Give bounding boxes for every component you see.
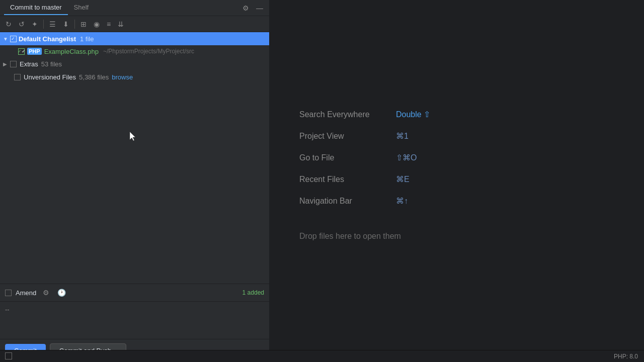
extras-checkbox[interactable] [10,61,17,67]
search-everywhere-keys: Double ⇧ [396,110,430,119]
search-key: Double ⇧ [396,110,430,119]
recent-files-keys: ⌘E [396,174,410,184]
undo-button[interactable]: ↺ [16,19,27,30]
shortcut-row-nav: Navigation Bar ⌘↑ [299,196,408,206]
recent-files-key: ⌘E [396,174,410,184]
tabs-right: ⚙ — [240,3,265,13]
pin-button[interactable]: ✦ [29,19,40,30]
preview-button[interactable]: ◉ [91,19,102,30]
extras-chevron-icon: ▶ [3,61,7,67]
file-name: ExampleClass.php [44,48,99,55]
amend-checkbox[interactable] [5,290,12,296]
recent-files-label: Recent Files [299,175,390,184]
go-to-file-key: ⇧⌘O [396,153,417,162]
extras-row[interactable]: ▶ Extras 53 files [0,57,269,70]
diff-button[interactable]: ☰ [47,19,58,30]
minimize-icon[interactable]: — [254,3,265,13]
amend-bar: Amend ⚙ 🕐 1 added [0,284,269,301]
added-badge: 1 added [243,289,264,296]
tab-shelf[interactable]: Shelf [68,1,95,15]
project-key: ⌘1 [396,131,409,141]
file-row[interactable]: ✓ PHP ExampleClass.php ~/PhpstormProject… [0,45,269,57]
shortcut-row-recent: Recent Files ⌘E [299,174,410,184]
toolbar: ↻ ↺ ✦ ☰ ⬇ ⊞ ◉ ≡ ⇊ [0,16,269,32]
tab-commit[interactable]: Commit to master [4,1,68,15]
project-view-label: Project View [299,132,390,141]
amend-icons: ⚙ 🕐 [40,287,68,298]
changelist-row[interactable]: ▼ Default Changelist 1 file [0,32,269,45]
tabs-left: Commit to master Shelf [4,1,95,15]
unversioned-count: 5,386 files [79,73,109,81]
shortcut-row-file: Go to File ⇧⌘O [299,153,417,162]
project-view-keys: ⌘1 [396,131,409,141]
drop-files-text: Drop files here to open them [299,232,401,241]
status-bar: PHP: 8.0 [0,350,644,362]
shortcut-row-search: Search Everywhere Double ⇧ [299,110,430,119]
download-button[interactable]: ⬇ [60,19,71,30]
right-panel: Search Everywhere Double ⇧ Project View … [269,0,644,362]
unversioned-label: Unversioned Files [24,73,76,81]
file-tree: ▼ Default Changelist 1 file ✓ PHP Exampl… [0,32,269,284]
tree-view-button[interactable]: ⊞ [78,19,89,30]
commit-message-input[interactable]: -- [0,302,269,337]
amend-history-icon[interactable]: 🕐 [55,287,68,298]
list-view-button[interactable]: ≡ [104,19,113,30]
navigation-bar-keys: ⌘↑ [396,196,408,206]
extras-label: Extras [20,60,38,68]
left-panel: Commit to master Shelf ⚙ — ↻ ↺ ✦ ☰ ⬇ ⊞ ◉… [0,0,269,362]
refresh-button[interactable]: ↻ [3,19,14,30]
changelist-label: Default Changelist [19,35,76,43]
unversioned-row[interactable]: Unversioned Files 5,386 files browse [0,70,269,83]
amend-left: Amend ⚙ 🕐 [5,287,68,298]
drop-files-row: Drop files here to open them [299,226,401,241]
toolbar-separator-1 [43,20,44,29]
go-to-file-label: Go to File [299,153,390,162]
php-file-icon: PHP [27,48,42,55]
file-checkbox[interactable]: ✓ [18,48,25,55]
changelist-count: 1 file [80,35,94,43]
navigation-bar-label: Navigation Bar [299,197,390,206]
tabs-bar: Commit to master Shelf ⚙ — [0,0,269,16]
toolbar-separator-2 [74,20,75,29]
settings-icon[interactable]: ⚙ [240,3,251,13]
shortcut-row-project: Project View ⌘1 [299,131,409,141]
go-to-file-keys: ⇧⌘O [396,153,417,162]
amend-settings-icon[interactable]: ⚙ [40,287,52,298]
extras-count: 53 files [41,60,62,68]
file-path: ~/PhpstormProjects/MyProject/src [103,48,194,55]
navigation-bar-key: ⌘↑ [396,196,408,206]
unversioned-checkbox[interactable] [14,74,21,80]
changelist-checkbox[interactable] [10,36,17,42]
browse-link[interactable]: browse [112,73,133,81]
expand-button[interactable]: ⇊ [115,19,126,30]
status-checkbox[interactable] [5,352,12,359]
commit-message-area: -- [0,301,269,339]
php-version-status: PHP: 8.0 [614,353,638,360]
amend-label: Amend [16,289,36,297]
search-everywhere-label: Search Everywhere [299,110,390,119]
chevron-down-icon: ▼ [3,36,8,42]
